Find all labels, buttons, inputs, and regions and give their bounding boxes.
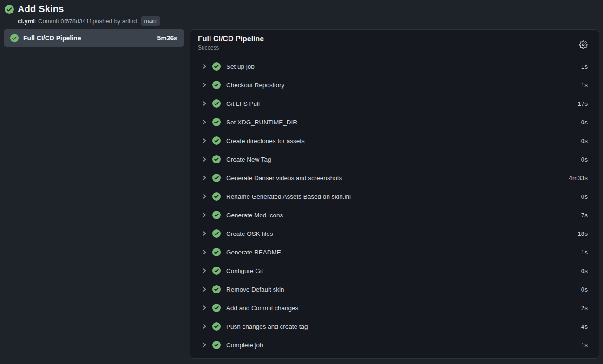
step-duration: 7s — [581, 212, 588, 219]
step-duration: 0s — [581, 137, 588, 144]
step-name: Create OSK files — [226, 230, 577, 237]
step-duration: 1s — [581, 249, 588, 256]
step-name: Generate Mod Icons — [226, 212, 581, 219]
step-row[interactable]: Generate README 1s — [190, 243, 599, 261]
job-log-panel: Full CI/CD Pipeline Success Set up job — [190, 29, 599, 359]
chevron-right-icon[interactable] — [202, 101, 207, 106]
chevron-right-icon[interactable] — [202, 138, 207, 143]
gear-icon[interactable] — [577, 39, 590, 51]
commit-text: : Commit 0f678d341f pushed by arlind — [35, 18, 137, 25]
step-success-check-circle-icon — [212, 285, 221, 293]
step-success-check-circle-icon — [212, 118, 221, 126]
job-success-check-circle-icon — [10, 34, 19, 42]
step-name: Complete job — [226, 342, 581, 349]
step-name: Set up job — [226, 63, 581, 70]
sidebar-job-full-ci-cd-pipeline[interactable]: Full CI/CD Pipeline 5m26s — [4, 29, 184, 47]
chevron-right-icon[interactable] — [202, 194, 207, 199]
step-success-check-circle-icon — [212, 248, 221, 256]
step-row[interactable]: Create directories for assets 0s — [190, 131, 599, 150]
chevron-right-icon[interactable] — [202, 64, 207, 69]
step-duration: 18s — [577, 230, 588, 237]
step-name: Configure Git — [226, 267, 581, 274]
step-name: Add and Commit changes — [226, 305, 581, 312]
step-row[interactable]: Push changes and create tag 4s — [190, 317, 599, 336]
chevron-right-icon[interactable] — [202, 212, 207, 218]
step-duration: 0s — [581, 193, 588, 200]
step-success-check-circle-icon — [212, 136, 221, 145]
step-row[interactable]: Create New Tag 0s — [190, 150, 599, 169]
step-success-check-circle-icon — [212, 266, 221, 275]
step-name: Push changes and create tag — [226, 323, 581, 330]
branch-badge[interactable]: main — [141, 16, 160, 26]
run-layout: Full CI/CD Pipeline 5m26s Full CI/CD Pip… — [0, 29, 603, 359]
step-row[interactable]: Complete job 1s — [190, 336, 599, 354]
chevron-right-icon[interactable] — [202, 286, 207, 292]
chevron-right-icon[interactable] — [202, 305, 207, 311]
panel-job-title: Full CI/CD Pipeline — [198, 35, 577, 43]
step-row[interactable]: Checkout Repository 1s — [190, 76, 599, 94]
step-name: Create directories for assets — [226, 137, 581, 144]
step-row[interactable]: Remove Default skin 0s — [190, 280, 599, 299]
step-duration: 1s — [581, 342, 588, 349]
panel-job-status: Success — [198, 45, 577, 51]
step-name: Set XDG_RUNTIME_DIR — [226, 119, 581, 126]
run-header: Add Skins ci.yml: Commit 0f678d341f push… — [0, 0, 603, 29]
chevron-right-icon[interactable] — [202, 156, 207, 162]
step-name: Create New Tag — [226, 156, 581, 163]
step-list: Set up job 1s Checkout Repository 1s — [190, 56, 599, 358]
step-duration: 0s — [581, 267, 588, 274]
chevron-right-icon[interactable] — [202, 249, 207, 255]
job-duration: 5m26s — [157, 34, 177, 42]
chevron-right-icon[interactable] — [202, 342, 207, 348]
run-title: Add Skins — [18, 4, 64, 14]
step-name: Rename Generated Assets Based on skin.in… — [226, 193, 581, 200]
chevron-right-icon[interactable] — [202, 324, 207, 329]
step-success-check-circle-icon — [212, 155, 221, 163]
workflow-file-name: ci.yml — [18, 18, 35, 25]
step-name: Checkout Repository — [226, 82, 581, 89]
step-row[interactable]: Generate Mod Icons 7s — [190, 206, 599, 224]
step-duration: 1s — [581, 63, 588, 70]
step-success-check-circle-icon — [212, 229, 221, 238]
chevron-right-icon[interactable] — [202, 119, 207, 125]
step-duration: 1s — [581, 82, 588, 89]
step-duration: 4s — [581, 323, 588, 330]
step-success-check-circle-icon — [212, 192, 221, 201]
step-duration: 2s — [581, 305, 588, 312]
step-duration: 0s — [581, 286, 588, 293]
step-name: Generate README — [226, 249, 581, 256]
step-success-check-circle-icon — [212, 174, 221, 182]
chevron-right-icon[interactable] — [202, 268, 207, 273]
chevron-right-icon[interactable] — [202, 175, 207, 181]
step-row[interactable]: Add and Commit changes 2s — [190, 299, 599, 317]
step-row[interactable]: Rename Generated Assets Based on skin.in… — [190, 187, 599, 206]
step-duration: 4m33s — [569, 175, 588, 182]
chevron-right-icon[interactable] — [202, 231, 207, 236]
step-success-check-circle-icon — [212, 62, 221, 71]
run-success-check-circle-icon — [5, 5, 14, 14]
step-row[interactable]: Create OSK files 18s — [190, 224, 599, 243]
step-duration: 17s — [577, 100, 588, 107]
step-success-check-circle-icon — [212, 341, 221, 349]
step-duration: 0s — [581, 156, 588, 163]
step-duration: 0s — [581, 119, 588, 126]
step-success-check-circle-icon — [212, 304, 221, 312]
step-row[interactable]: Set up job 1s — [190, 57, 599, 76]
job-name: Full CI/CD Pipeline — [23, 34, 152, 42]
step-success-check-circle-icon — [212, 211, 221, 219]
step-success-check-circle-icon — [212, 81, 221, 89]
step-row[interactable]: Configure Git 0s — [190, 261, 599, 280]
step-success-check-circle-icon — [212, 322, 221, 331]
step-row[interactable]: Git LFS Pull 17s — [190, 94, 599, 113]
run-subtitle: ci.yml: Commit 0f678d341f pushed by arli… — [18, 16, 596, 26]
step-row[interactable]: Set XDG_RUNTIME_DIR 0s — [190, 113, 599, 131]
step-name: Git LFS Pull — [226, 100, 577, 107]
step-row[interactable]: Generate Danser videos and screenshots 4… — [190, 169, 599, 187]
step-name: Remove Default skin — [226, 286, 581, 293]
jobs-sidebar: Full CI/CD Pipeline 5m26s — [4, 29, 184, 47]
job-panel-header: Full CI/CD Pipeline Success — [190, 30, 599, 56]
step-name: Generate Danser videos and screenshots — [226, 175, 569, 182]
step-success-check-circle-icon — [212, 99, 221, 108]
chevron-right-icon[interactable] — [202, 82, 207, 88]
